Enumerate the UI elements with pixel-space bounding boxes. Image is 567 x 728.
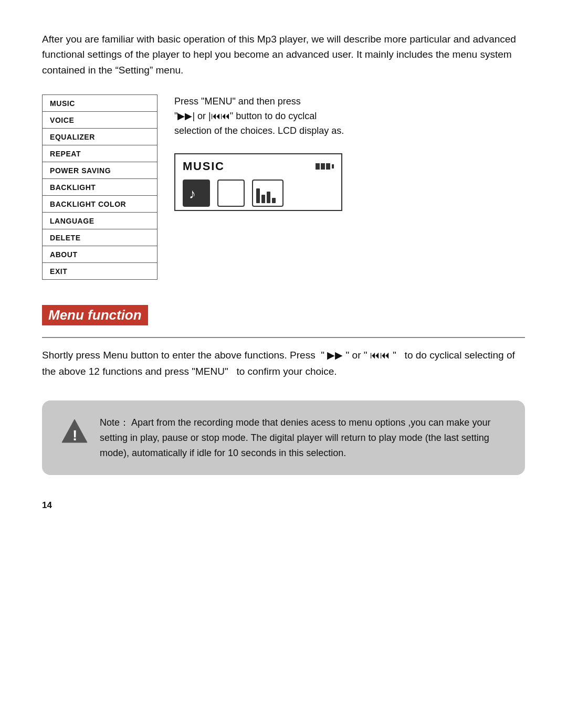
- table-row: ABOUT: [43, 246, 158, 263]
- battery-bar-2: [321, 163, 325, 170]
- menu-item-delete: DELETE: [43, 229, 158, 246]
- section-divider: [42, 337, 525, 338]
- eq-bars: [256, 186, 279, 203]
- menu-function-section: Menu function: [42, 305, 525, 325]
- eq-bar-1: [256, 188, 260, 203]
- music-note-icon: ♪: [183, 180, 210, 207]
- note-box: ! Note： Apart from the recording mode th…: [42, 400, 525, 475]
- menu-function-text: Shortly press Menu button to enter the a…: [42, 347, 525, 379]
- menu-right-panel: Press "MENU" and then press "▶▶| or |⏮⏮"…: [174, 94, 344, 211]
- lcd-top-row: MUSIC: [183, 160, 334, 173]
- svg-text:!: !: [72, 427, 77, 444]
- menu-item-backlight-color: BACKLIGHT COLOR: [43, 196, 158, 213]
- empty-box-icon: [217, 180, 245, 207]
- eq-bar-4: [272, 198, 276, 203]
- note-text: Note： Apart from the recording mode that…: [100, 415, 506, 460]
- svg-text:♪: ♪: [189, 186, 196, 202]
- table-row: VOICE: [43, 112, 158, 129]
- menu-item-language: LANGUAGE: [43, 213, 158, 229]
- table-row: BACKLIGHT: [43, 179, 158, 196]
- battery-icon: [316, 163, 334, 170]
- menu-table: MUSIC VOICE EQUALIZER REPEAT POWER SAVIN…: [42, 94, 158, 280]
- equalizer-icon: [252, 180, 284, 207]
- menu-item-backlight: BACKLIGHT: [43, 179, 158, 196]
- menu-function-heading: Menu function: [42, 305, 148, 325]
- menu-item-repeat: REPEAT: [43, 145, 158, 162]
- table-row: DELETE: [43, 229, 158, 246]
- menu-item-voice: VOICE: [43, 112, 158, 129]
- menu-item-power-saving: POWER SAVING: [43, 162, 158, 179]
- table-row: BACKLIGHT COLOR: [43, 196, 158, 213]
- battery-bar-1: [316, 163, 320, 170]
- table-row: REPEAT: [43, 145, 158, 162]
- battery-cap: [332, 164, 334, 168]
- menu-item-music: MUSIC: [43, 95, 158, 112]
- table-row: EXIT: [43, 263, 158, 280]
- lcd-icons-row: ♪: [183, 180, 334, 207]
- eq-bar-3: [267, 192, 270, 203]
- menu-item-about: ABOUT: [43, 246, 158, 263]
- table-row: POWER SAVING: [43, 162, 158, 179]
- page-number: 14: [42, 500, 525, 511]
- menu-section: MUSIC VOICE EQUALIZER REPEAT POWER SAVIN…: [42, 94, 525, 280]
- press-instruction: Press "MENU" and then press "▶▶| or |⏮⏮"…: [174, 94, 344, 139]
- battery-bar-3: [326, 163, 330, 170]
- intro-paragraph: After you are familiar with basic operat…: [42, 31, 525, 78]
- eq-bar-2: [261, 195, 265, 203]
- table-row: LANGUAGE: [43, 213, 158, 229]
- menu-item-equalizer: EQUALIZER: [43, 129, 158, 145]
- lcd-display: MUSIC ♪: [174, 153, 342, 211]
- table-row: EQUALIZER: [43, 129, 158, 145]
- lcd-title: MUSIC: [183, 160, 225, 173]
- table-row: MUSIC: [43, 95, 158, 112]
- warning-icon: !: [61, 417, 88, 445]
- menu-item-exit: EXIT: [43, 263, 158, 280]
